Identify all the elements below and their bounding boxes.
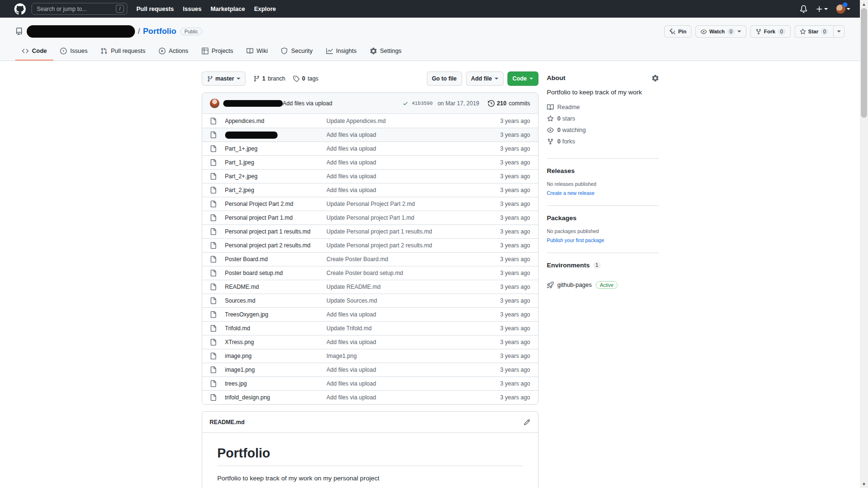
tab-settings[interactable]: Settings [363, 43, 408, 61]
file-commit-message-link[interactable]: Image1.png [327, 353, 481, 359]
file-commit-message-link[interactable]: Add files via upload [327, 159, 481, 166]
file-commit-message-link[interactable]: Add files via upload [327, 380, 481, 387]
repo-name-link[interactable]: Portfolio [143, 27, 176, 36]
star-icon [547, 115, 554, 122]
add-file-button[interactable]: Add file [466, 71, 504, 86]
file-name-link[interactable]: Part_2.jpeg [225, 187, 327, 193]
environment-github-pages[interactable]: github-pages Active [547, 281, 659, 289]
tab-projects[interactable]: Projects [195, 43, 240, 61]
tab-code[interactable]: Code [15, 43, 53, 61]
gear-icon[interactable] [652, 75, 659, 81]
file-name-link[interactable]: Trifold.md [225, 325, 327, 332]
create-release-link[interactable]: Create a new release [547, 190, 595, 196]
file-name-link[interactable]: TreesOxygen.jpg [225, 311, 327, 318]
branches-link[interactable]: 1branch [253, 75, 285, 82]
watch-button[interactable]: Watch 0 [695, 25, 746, 38]
file-commit-message-link[interactable]: Add files via upload [327, 173, 481, 180]
file-name-link[interactable]: Appendices.md [225, 118, 327, 124]
about-item-watching[interactable]: 0 watching [547, 127, 659, 133]
commit-date: on Mar 17, 2019 [437, 100, 479, 107]
nav-link-marketplace[interactable]: Marketplace [210, 6, 245, 12]
file-commit-message-link[interactable]: Update Personal Project Part 2.md [327, 201, 481, 207]
about-item-forks[interactable]: 0 forks [547, 138, 659, 145]
nav-link-issues[interactable]: Issues [183, 6, 202, 12]
file-age: 3 years ago [481, 325, 530, 332]
file-name-link[interactable]: trifold_design.png [225, 394, 327, 401]
file-name-link[interactable]: Part_2+.jpeg [225, 173, 327, 180]
file-commit-message-link[interactable]: Update Trifold.md [327, 325, 481, 332]
publish-package-link[interactable]: Publish your first package [547, 237, 604, 243]
file-commit-message-link[interactable]: Add files via upload [327, 145, 481, 152]
commit-history-link[interactable]: 210 commits [488, 100, 530, 107]
table-row: image1.pngAdd files via upload3 years ag… [202, 363, 538, 376]
check-icon[interactable] [403, 101, 408, 106]
file-commit-message-link[interactable]: Create Poster Board.md [327, 256, 481, 263]
file-commit-message-link[interactable]: Update README.md [327, 284, 481, 290]
create-new-dropdown[interactable] [816, 5, 828, 13]
file-commit-message-link[interactable]: Add files via upload [327, 366, 481, 373]
file-name-link[interactable]: README.md [225, 284, 327, 290]
github-logo-icon[interactable] [14, 3, 26, 15]
fork-button[interactable]: Fork 0 [750, 25, 791, 38]
pin-button[interactable]: Pin [664, 25, 692, 38]
star-button[interactable]: Star 0 [795, 25, 834, 38]
about-item-readme[interactable]: Readme [547, 104, 659, 111]
nav-link-explore[interactable]: Explore [254, 6, 276, 12]
file-commit-message-link[interactable]: Update Appendices.md [327, 118, 481, 124]
tab-security[interactable]: Security [274, 43, 319, 61]
file-icon [210, 311, 217, 318]
file-name-link[interactable]: trees.jpg [225, 380, 327, 387]
branch-selector-button[interactable]: master [202, 71, 246, 86]
file-name-link[interactable]: Part_1.jpeg [225, 159, 327, 166]
scroll-up-arrow-icon[interactable]: ▲ [860, 0, 868, 8]
file-commit-message-link[interactable]: Update Sources.md [327, 297, 481, 304]
file-commit-message-link[interactable]: Update Personal project Part 1.md [327, 214, 481, 221]
tab-pull-requests[interactable]: Pull requests [94, 43, 152, 61]
file-name-link[interactable]: image.png [225, 353, 327, 359]
star-dropdown-button[interactable] [834, 25, 845, 38]
file-commit-message-link[interactable]: Add files via upload [327, 187, 481, 193]
file-commit-message-link[interactable]: Create Poster board setup.md [327, 270, 481, 276]
code-download-button[interactable]: Code [507, 71, 538, 86]
file-commit-message-link[interactable]: Update Personal project part 2 results.m… [327, 242, 481, 249]
file-name-link[interactable]: Personal project Part 1.md [225, 214, 327, 221]
file-name-link[interactable]: Part_1+.jpeg [225, 145, 327, 152]
environments-heading[interactable]: Environments 1 [547, 262, 659, 269]
file-name-link[interactable]: Poster Board.md [225, 256, 327, 263]
pencil-icon[interactable] [524, 419, 530, 426]
scroll-down-arrow-icon[interactable]: ▼ [860, 480, 868, 488]
file-icon [210, 394, 217, 401]
scrollbar[interactable]: ▲ ▼ [860, 0, 868, 488]
scrollbar-thumb[interactable] [861, 8, 867, 118]
file-name-link[interactable]: Personal project part 2 results.md [225, 242, 327, 249]
search-input[interactable]: Search or jump to... / [31, 3, 127, 15]
bell-icon[interactable] [800, 5, 807, 13]
readme-filename[interactable]: README.md [210, 419, 245, 426]
commit-hash-link[interactable]: 41b3590 [412, 101, 433, 106]
about-item-stars[interactable]: 0 stars [547, 115, 659, 122]
file-name-link[interactable]: XTress.png [225, 339, 327, 346]
file-commit-message-link[interactable]: Add files via upload [327, 311, 481, 318]
tab-wiki[interactable]: Wiki [240, 43, 275, 61]
commit-author-avatar[interactable] [210, 99, 219, 108]
user-menu[interactable] [836, 4, 850, 14]
tab-issues[interactable]: Issues [53, 43, 94, 61]
file-name-link[interactable]: Poster board setup.md [225, 270, 327, 276]
commit-message-link[interactable]: Add files via upload [283, 100, 332, 107]
file-name-link[interactable]: Sources.md [225, 297, 327, 304]
packages-heading[interactable]: Packages [547, 214, 659, 222]
tab-insights[interactable]: Insights [320, 43, 363, 61]
tags-link[interactable]: 0tags [293, 75, 318, 82]
go-to-file-button[interactable]: Go to file [427, 71, 462, 86]
file-name-link[interactable]: Personal project part 1 results.md [225, 228, 327, 235]
file-commit-message-link[interactable]: Add files via upload [327, 132, 481, 138]
file-commit-message-link[interactable]: Add files via upload [327, 339, 481, 346]
file-name-link[interactable]: Personal Project Part 2.md [225, 201, 327, 207]
tab-actions[interactable]: Actions [152, 43, 195, 61]
releases-heading[interactable]: Releases [547, 167, 659, 174]
file-commit-message-link[interactable]: Update Personal project part 1 results.m… [327, 228, 481, 235]
nav-link-pull-requests[interactable]: Pull requests [136, 6, 174, 12]
git-pull-request-icon [101, 48, 107, 54]
file-commit-message-link[interactable]: Add files via upload [327, 394, 481, 401]
file-name-link[interactable]: image1.png [225, 366, 327, 373]
